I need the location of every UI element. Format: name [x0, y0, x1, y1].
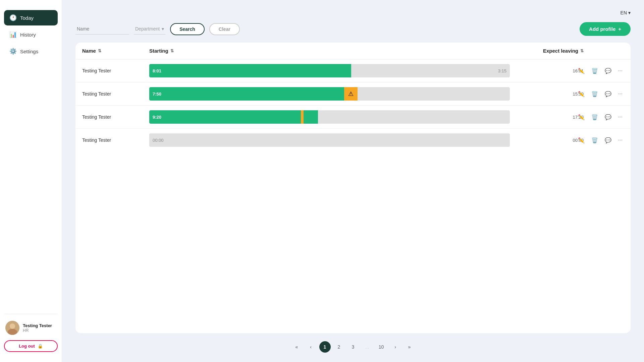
sidebar-item-today[interactable]: 🕐 Today [4, 10, 58, 25]
clear-label: Clear [219, 26, 230, 32]
row-name: Testing Tester [82, 137, 149, 143]
col-expect-leaving[interactable]: Expect leaving ⇅ [510, 48, 584, 54]
language-selector[interactable]: EN ▾ [621, 10, 631, 15]
grey-bar [358, 87, 510, 101]
comment-button[interactable]: 💬 [603, 136, 613, 145]
logout-label: Log out [19, 344, 35, 349]
page-2-label: 2 [338, 344, 340, 350]
user-info: Testing Tester HR [23, 323, 52, 333]
sidebar-item-settings-label: Settings [20, 49, 38, 54]
logout-button[interactable]: Log out 🔒 [4, 340, 58, 352]
leaving-time: 17:20 [510, 115, 584, 120]
page-2-button[interactable]: 2 [333, 341, 345, 353]
more-button[interactable]: ··· [617, 66, 624, 75]
col-name[interactable]: Name ⇅ [82, 48, 149, 54]
plus-icon: + [618, 26, 621, 32]
search-label: Search [179, 26, 195, 32]
sidebar-nav: 🕐 Today 📊 History ⚙️ Settings [0, 10, 62, 307]
first-page-button[interactable]: « [291, 341, 303, 353]
bar-container: 9:20 [149, 110, 510, 124]
delete-button[interactable]: 🗑️ [590, 66, 599, 75]
name-input[interactable] [75, 23, 129, 35]
row-actions: ✏️ 🗑️ 💬 ··· [584, 136, 624, 145]
bar-container: 7:50 ⚠ [149, 87, 510, 101]
user-role: HR [23, 328, 52, 333]
edit-button[interactable]: ✏️ [577, 89, 586, 99]
sidebar-divider [4, 314, 58, 314]
next-page-button[interactable]: › [390, 341, 401, 353]
warning-icon: ⚠ [348, 90, 354, 98]
gear-icon: ⚙️ [9, 48, 17, 55]
bar-start-time: 9:20 [153, 115, 161, 120]
sort-icon-name: ⇅ [98, 49, 101, 53]
delete-button[interactable]: 🗑️ [590, 89, 599, 99]
page-1-button[interactable]: 1 [319, 341, 331, 353]
sidebar-item-settings[interactable]: ⚙️ Settings [4, 44, 58, 59]
sort-icon-leaving: ⇅ [580, 49, 584, 53]
svg-point-1 [10, 323, 15, 329]
prev-page-button[interactable]: ‹ [305, 341, 317, 353]
sidebar-item-history[interactable]: 📊 History [4, 27, 58, 42]
toolbar: Department ▾ Search Clear Add profile + [75, 22, 631, 36]
comment-button[interactable]: 💬 [603, 113, 613, 122]
col-starting[interactable]: Starting ⇅ [149, 48, 510, 54]
avatar [5, 321, 19, 335]
ellipsis-label: ... [365, 344, 369, 350]
bar-mid-time: 3:15 [498, 68, 506, 73]
top-bar: EN ▾ [75, 10, 631, 15]
department-select[interactable]: Department ▾ [134, 23, 165, 35]
bar-zero-time: 00:00 [153, 138, 164, 143]
row-name: Testing Tester [82, 91, 149, 97]
green-bar: 9:20 [149, 110, 301, 124]
main-content: EN ▾ Department ▾ Search Clear Add profi… [62, 0, 644, 362]
more-button[interactable]: ··· [617, 136, 624, 144]
more-button[interactable]: ··· [617, 89, 624, 98]
add-profile-label: Add profile [589, 26, 615, 32]
last-page-button[interactable]: » [404, 341, 415, 353]
page-10-label: 10 [379, 344, 384, 350]
delete-button[interactable]: 🗑️ [590, 113, 599, 122]
col-name-label: Name [82, 48, 96, 54]
search-button[interactable]: Search [170, 23, 205, 35]
next-page-icon: › [394, 344, 396, 350]
table-row: Testing Tester 7:50 ⚠ 15:50 ✏️ 🗑️ [75, 82, 631, 106]
row-name: Testing Tester [82, 114, 149, 120]
pagination: « ‹ 1 2 3 ... 10 › » [75, 333, 631, 355]
add-profile-button[interactable]: Add profile + [580, 22, 631, 36]
user-name: Testing Tester [23, 323, 52, 328]
ellipsis: ... [362, 341, 373, 353]
bar-start-time: 7:50 [153, 92, 161, 97]
page-1-label: 1 [324, 344, 326, 350]
data-table: Name ⇅ Starting ⇅ Expect leaving ⇅ Testi… [75, 43, 631, 333]
col-expect-leaving-label: Expect leaving [543, 48, 578, 54]
grey-bar [318, 110, 510, 124]
more-button[interactable]: ··· [617, 113, 624, 121]
lock-icon: 🔒 [38, 344, 43, 349]
leaving-time: 16:01 [510, 68, 584, 73]
split-bar [301, 110, 304, 124]
bar-container: 8:01 3:15 [149, 64, 510, 77]
delete-button[interactable]: 🗑️ [590, 136, 599, 145]
leaving-time: 15:50 [510, 92, 584, 97]
dept-placeholder: Department [135, 26, 160, 32]
last-page-icon: » [408, 344, 411, 350]
sidebar-item-today-label: Today [20, 15, 34, 21]
page-10-button[interactable]: 10 [376, 341, 387, 353]
clock-icon: 🕐 [9, 14, 17, 21]
bar-container: 00:00 [149, 133, 510, 147]
green-bar: 8:01 [149, 64, 351, 77]
warning-badge: ⚠ [344, 87, 358, 101]
clear-button[interactable]: Clear [209, 23, 240, 35]
edit-button[interactable]: ✏️ [577, 136, 586, 145]
edit-button[interactable]: ✏️ [577, 66, 586, 75]
edit-button[interactable]: ✏️ [577, 113, 586, 122]
comment-button[interactable]: 💬 [603, 89, 613, 99]
col-starting-label: Starting [149, 48, 168, 54]
history-icon: 📊 [9, 31, 17, 38]
page-3-button[interactable]: 3 [347, 341, 359, 353]
sidebar: 🕐 Today 📊 History ⚙️ Settings Testing Te… [0, 0, 62, 362]
comment-button[interactable]: 💬 [603, 66, 613, 75]
sidebar-user: Testing Tester HR [0, 321, 62, 340]
row-actions: ✏️ 🗑️ 💬 ··· [584, 89, 624, 99]
table-row: Testing Tester 9:20 17:20 ✏️ 🗑️ 💬 ··· [75, 106, 631, 129]
